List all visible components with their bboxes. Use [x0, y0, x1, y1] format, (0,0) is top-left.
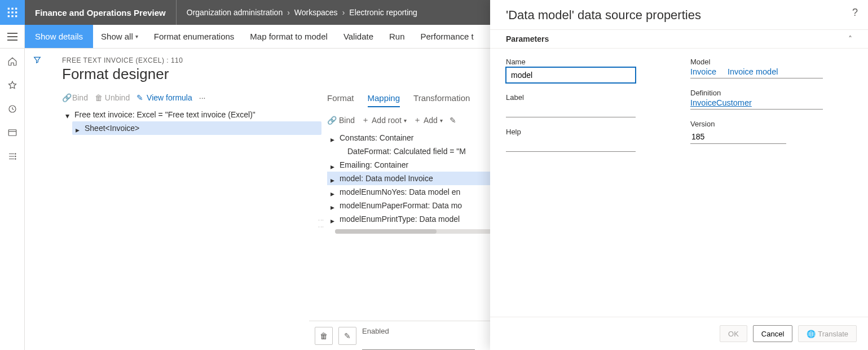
- pencil-icon: ✎: [344, 331, 351, 340]
- link-icon: 🔗: [62, 93, 70, 101]
- definition-field: InvoiceCustomer: [690, 98, 823, 110]
- parameters-section-header[interactable]: Parameters ˄: [490, 29, 868, 49]
- hamburger-icon: [7, 33, 17, 41]
- tab-transformation[interactable]: Transformation: [413, 93, 470, 107]
- breadcrumb-item[interactable]: Organization administration: [187, 8, 283, 17]
- nav-toggle-button[interactable]: [0, 25, 25, 48]
- tree-expand-icon[interactable]: ▸: [76, 125, 81, 131]
- tree-expand-icon[interactable]: ▸: [331, 162, 336, 168]
- tree-expand-icon[interactable]: ▸: [331, 203, 336, 208]
- help-label: Help: [506, 128, 668, 136]
- modules-icon[interactable]: [7, 151, 17, 161]
- add-button[interactable]: ＋Add▾: [413, 115, 443, 125]
- svg-rect-3: [8, 11, 10, 13]
- edit-button[interactable]: ✎: [338, 327, 356, 345]
- breadcrumb-item[interactable]: Electronic reporting: [349, 8, 417, 17]
- cmd-show-all[interactable]: Show all▾: [93, 25, 146, 48]
- show-details-button[interactable]: Show details: [25, 25, 93, 48]
- enabled-label: Enabled: [362, 327, 475, 335]
- link-icon: 🔗: [327, 116, 337, 125]
- svg-rect-7: [11, 15, 13, 17]
- help-input[interactable]: [506, 137, 636, 152]
- cmd-format-enumerations[interactable]: Format enumerations: [146, 25, 243, 48]
- chevron-down-icon: ▾: [404, 117, 407, 124]
- bind-button[interactable]: 🔗 Bind: [62, 93, 88, 102]
- tree-expand-icon[interactable]: ▾: [65, 111, 71, 117]
- translate-icon: 🌐: [807, 330, 816, 338]
- splitter-handle[interactable]: ⋮⋮: [318, 217, 324, 231]
- filter-icon[interactable]: [33, 55, 42, 350]
- svg-point-12: [15, 156, 16, 157]
- model-label: Model: [690, 58, 852, 66]
- workspace-icon[interactable]: [7, 128, 17, 138]
- cancel-button[interactable]: Cancel: [753, 325, 792, 342]
- svg-rect-4: [11, 11, 13, 13]
- plus-icon: ＋: [413, 115, 421, 125]
- tree-expand-icon[interactable]: ▸: [331, 216, 336, 222]
- chevron-up-icon: ˄: [848, 34, 852, 43]
- svg-rect-2: [15, 8, 17, 10]
- svg-rect-5: [15, 11, 17, 13]
- star-icon[interactable]: [7, 80, 17, 90]
- tab-mapping[interactable]: Mapping: [368, 93, 400, 107]
- cmd-run[interactable]: Run: [381, 25, 413, 48]
- ok-button[interactable]: OK: [720, 325, 747, 342]
- left-nav-rail: [0, 49, 25, 350]
- svg-point-13: [15, 159, 16, 160]
- name-label: Name: [506, 58, 668, 66]
- version-label: Version: [690, 120, 852, 128]
- plus-icon: ＋: [362, 115, 369, 125]
- add-root-button[interactable]: ＋Add root▾: [362, 115, 407, 125]
- svg-rect-1: [11, 8, 13, 10]
- chevron-right-icon: ›: [342, 8, 345, 17]
- model-link-invoice-model[interactable]: Invoice model: [728, 67, 778, 76]
- name-input[interactable]: [506, 67, 636, 83]
- app-launcher-button[interactable]: [0, 0, 25, 25]
- label-label: Label: [506, 93, 668, 102]
- horizontal-scrollbar[interactable]: [335, 229, 493, 234]
- cmd-performance[interactable]: Performance t: [413, 25, 482, 48]
- tree-expand-icon[interactable]: ▸: [331, 189, 336, 195]
- properties-panel: ? 'Data model' data source properties Pa…: [490, 0, 868, 350]
- svg-rect-0: [8, 8, 10, 10]
- tree-expand-icon[interactable]: ▸: [331, 176, 336, 181]
- tab-format[interactable]: Format: [327, 93, 354, 107]
- recent-icon[interactable]: [7, 104, 17, 114]
- pencil-icon: ✎: [450, 116, 456, 125]
- version-input[interactable]: [690, 129, 786, 144]
- enabled-field[interactable]: [362, 335, 475, 350]
- chevron-down-icon: ▾: [135, 33, 138, 40]
- product-title: Finance and Operations Preview: [25, 0, 177, 25]
- translate-button[interactable]: 🌐Translate: [798, 325, 857, 342]
- model-field: Invoice Invoice model: [690, 67, 823, 78]
- panel-title: 'Data model' data source properties: [506, 8, 852, 23]
- svg-rect-8: [15, 15, 17, 17]
- bind-button[interactable]: 🔗Bind: [327, 116, 355, 125]
- unbind-button[interactable]: 🗑 Unbind: [95, 93, 130, 102]
- delete-button[interactable]: 🗑: [315, 327, 333, 345]
- svg-point-11: [15, 154, 16, 155]
- breadcrumb-item[interactable]: Workspaces: [294, 8, 338, 17]
- tree-node-sheet[interactable]: ▸ Sheet<Invoice>: [72, 121, 321, 135]
- cmd-validate[interactable]: Validate: [336, 25, 381, 48]
- pencil-icon: ✎: [136, 93, 144, 101]
- scrollbar-thumb[interactable]: [335, 229, 437, 234]
- tree-node-root[interactable]: ▾ Free text invoice: Excel = "Free text …: [62, 108, 321, 121]
- definition-label: Definition: [690, 89, 852, 97]
- chevron-down-icon: ▾: [440, 117, 443, 124]
- view-formula-button[interactable]: ✎ View formula: [136, 93, 192, 102]
- help-button[interactable]: ?: [852, 7, 858, 19]
- definition-link[interactable]: InvoiceCustomer: [690, 98, 752, 107]
- trash-icon: 🗑: [95, 93, 103, 101]
- waffle-icon: [7, 7, 18, 18]
- model-link-invoice[interactable]: Invoice: [690, 67, 716, 76]
- trash-icon: 🗑: [320, 331, 328, 340]
- svg-rect-6: [8, 15, 10, 17]
- label-input[interactable]: [506, 103, 636, 117]
- breadcrumb: Organization administration › Workspaces…: [177, 8, 428, 17]
- cmd-map-format[interactable]: Map format to model: [242, 25, 336, 48]
- edit-button[interactable]: ✎: [450, 116, 456, 125]
- tree-expand-icon[interactable]: ▸: [331, 135, 336, 141]
- home-icon[interactable]: [7, 56, 17, 67]
- more-button[interactable]: ···: [199, 93, 206, 102]
